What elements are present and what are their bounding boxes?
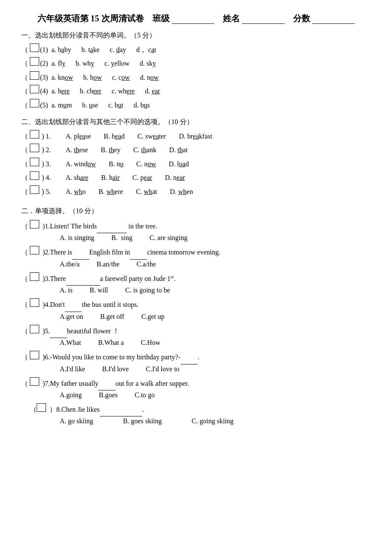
title-text: 六年级英语第 15 次周清试卷 [37, 13, 144, 24]
s1-q5: （(5) a. mum b. use c. but d. bus [21, 99, 371, 112]
score-field: 分数 [293, 13, 355, 24]
s3-q8-options: A. go skiing B. goes skiing C. going ski… [60, 417, 371, 425]
s3-q1-options: A. is singing B. sing C. are singing [60, 234, 371, 242]
s3-q5-options: A.What B.What a C.How [60, 339, 371, 347]
answer-box[interactable] [30, 57, 39, 66]
s3-q6-options: A.I'd like B.I'd love C.I'd love to [60, 365, 371, 373]
answer-box[interactable] [30, 377, 39, 386]
s3-q7: （ )7.My father usually out for a walk af… [21, 377, 371, 399]
answer-box[interactable] [30, 298, 39, 307]
s1-q4: （(4) a. here b. cheer c. where d. ear [21, 85, 371, 98]
s2-q1: （ ) 1. A. please B. head C. sweater D. b… [21, 130, 371, 143]
s2-q3: （ ) 3. A. window B. no C. now D. load [21, 158, 371, 171]
section3-title: 二．单项选择。（10 分） [21, 207, 371, 216]
s3-q5: （ )5. beautiful flower ！ A.What B.What a… [21, 325, 371, 347]
s3-q2: （ )2.There is English film in cinema tom… [21, 246, 371, 268]
s3-q7-options: A.going B.goes C.to go [60, 391, 371, 399]
s1-q2: （(2) a. fly b. why c. yellow d. sky [21, 57, 371, 70]
s3-q3-options: A. is B. will C. is going to be [60, 286, 371, 294]
name-field: 姓名 [223, 13, 285, 24]
answer-box[interactable] [30, 351, 39, 359]
answer-box[interactable] [30, 43, 39, 52]
s3-q4: （ )4.Don't the bus until it stops. A.get… [21, 298, 371, 320]
page-title: 六年级英语第 15 次周清试卷 班级 姓名 分数 [21, 13, 371, 24]
answer-box[interactable] [30, 185, 39, 194]
answer-box[interactable] [30, 144, 39, 152]
answer-box[interactable] [30, 130, 39, 139]
s2-q5: （ ) 5. A. who B. where C. what D. when [21, 185, 371, 198]
s2-q4: （ ) 4. A. share B. hair C. pear D. near [21, 171, 371, 184]
answer-box[interactable] [30, 158, 39, 166]
answer-box[interactable] [30, 85, 39, 93]
class-field: 班级 [153, 13, 214, 24]
s1-q3: （(3) a. know b. how c. cow d. now [21, 71, 371, 84]
answer-box[interactable] [30, 99, 39, 107]
s3-q8: （ ）8.Chen Jie likes . A. go skiing B. go… [21, 403, 371, 425]
answer-box[interactable] [37, 403, 46, 412]
s2-q2: （ ) 2. A. these B. they C. thank D. that [21, 144, 371, 156]
s3-q3: （ )3.There a farewell party on Jude 1st.… [21, 272, 371, 295]
s3-q4-options: A.get on B.get off C.get up [60, 313, 371, 321]
answer-box[interactable] [30, 171, 39, 180]
s3-q6: （ )6.-Would you like to come to my birth… [21, 351, 371, 373]
section1-title: 一、选出划线部分读音不同的单词。（5 分） [21, 31, 371, 40]
answer-box[interactable] [30, 272, 39, 281]
answer-box[interactable] [30, 71, 39, 80]
s1-q1: （(1) a. baby b. take c. day d， cat [21, 43, 371, 56]
answer-box[interactable] [30, 246, 39, 254]
section2-title: 二、选出划线部分读音与其他三个不同的选项。（10 分） [21, 118, 371, 127]
s3-q1: （ )1.Listen! The birds in the tree. A. i… [21, 220, 371, 242]
answer-box[interactable] [30, 325, 39, 333]
answer-box[interactable] [30, 220, 39, 228]
s3-q2-options: A.the/a B.an/the C.a/the [60, 260, 371, 268]
